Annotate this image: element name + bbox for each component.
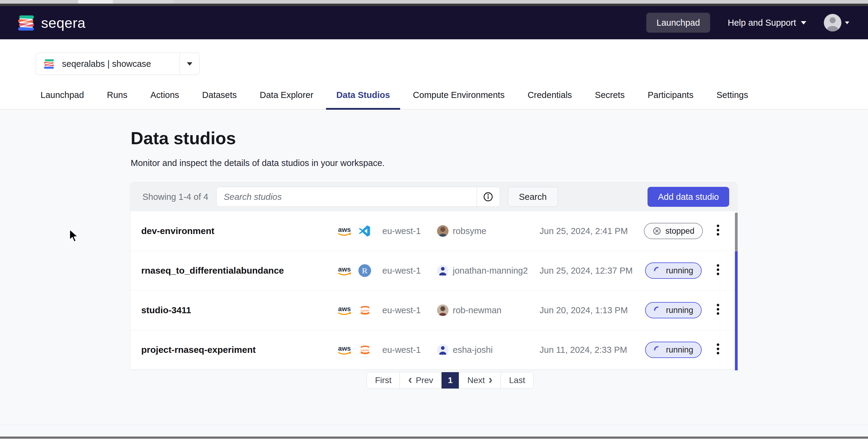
pagination: First ‹ Prev 1 Next › Last — [367, 372, 533, 389]
tab-credentials[interactable]: Credentials — [516, 81, 583, 109]
user-name: jonathan-manning2 — [453, 266, 528, 276]
user-menu[interactable] — [824, 14, 849, 31]
svg-text:aws: aws — [338, 305, 351, 313]
created-date: Jun 11, 2024, 2:33 PM — [539, 345, 642, 355]
studio-name[interactable]: rnaseq_to_differentialabundance — [141, 265, 337, 276]
tab-compute-environments[interactable]: Compute Environments — [401, 81, 516, 109]
brand-wordmark: seqera — [41, 14, 86, 31]
status-label: running — [666, 266, 693, 276]
kebab-icon — [716, 224, 719, 237]
pagination-prev[interactable]: ‹ Prev — [400, 372, 441, 388]
footer — [0, 425, 868, 437]
pagination-last[interactable]: Last — [501, 372, 533, 388]
pagination-page-1[interactable]: 1 — [441, 372, 459, 388]
region-label: eu-west-1 — [382, 226, 437, 236]
status-badge: running — [645, 302, 702, 318]
window-chrome-top — [0, 0, 868, 4]
row-menu-button[interactable] — [714, 222, 722, 241]
workspace-selector[interactable]: seqeralabs | showcase — [36, 53, 199, 75]
data-studios-table: Showing 1-4 of 4 Search Add data studio — [130, 182, 737, 370]
top-navbar: seqera Launchpad Help and Support — [0, 6, 868, 39]
chevron-down-icon — [187, 62, 192, 66]
seqera-logo-icon — [17, 13, 36, 32]
table-toolbar: Showing 1-4 of 4 Search Add data studio — [130, 182, 737, 211]
window-chrome-bottom — [0, 437, 868, 439]
avatar — [824, 14, 841, 31]
pagination-next-label: Next — [467, 376, 485, 385]
running-spinner-icon — [654, 266, 662, 275]
search-info-button[interactable] — [477, 187, 500, 207]
user-cell: esha-joshi — [437, 344, 539, 356]
seqera-logo[interactable]: seqera — [17, 13, 86, 32]
table-row[interactable]: project-rnaseq-experiment aws jupyter eu… — [130, 330, 737, 370]
tab-secrets[interactable]: Secrets — [583, 81, 636, 109]
scrollbar-thumb[interactable] — [735, 213, 738, 251]
scrollbar-track[interactable] — [735, 251, 738, 370]
table-row[interactable]: studio-3411 aws jupyter eu-west-1 — [130, 290, 737, 330]
info-icon — [483, 192, 493, 202]
workspace-logo-icon — [43, 58, 55, 70]
row-menu-button[interactable] — [714, 340, 722, 359]
help-and-support-label: Help and Support — [728, 18, 796, 28]
svg-text:jupyter: jupyter — [361, 309, 370, 312]
add-data-studio-button[interactable]: Add data studio — [648, 187, 729, 207]
region-label: eu-west-1 — [382, 345, 437, 355]
svg-text:jupyter: jupyter — [361, 348, 370, 352]
tab-data-studios[interactable]: Data Studios — [325, 81, 401, 109]
status-badge: stopped — [644, 223, 703, 239]
header-zone: seqeralabs | showcase Launchpad Runs Act… — [0, 39, 868, 110]
pagination-next[interactable]: Next › — [459, 372, 501, 388]
status-label: running — [666, 306, 693, 315]
kebab-icon — [716, 264, 719, 277]
running-spinner-icon — [654, 306, 662, 314]
row-menu-button[interactable] — [714, 301, 722, 320]
workspace-label: seqeralabs | showcase — [62, 59, 151, 69]
workspace-dropdown-toggle[interactable] — [180, 62, 199, 66]
aws-icon: aws — [337, 225, 354, 237]
user-cell: jonathan-manning2 — [437, 264, 539, 277]
tab-actions[interactable]: Actions — [139, 81, 190, 109]
search-input[interactable] — [217, 187, 477, 207]
status-label: stopped — [665, 226, 694, 236]
page-subtitle: Monitor and inspect the details of data … — [131, 158, 385, 168]
tab-data-explorer[interactable]: Data Explorer — [248, 81, 325, 109]
table-row[interactable]: rnaseq_to_differentialabundance aws R eu… — [130, 251, 737, 290]
studio-name[interactable]: project-rnaseq-experiment — [141, 345, 337, 355]
search-button[interactable]: Search — [508, 187, 558, 207]
pagination-last-label: Last — [509, 376, 525, 385]
jupyter-icon: jupyter — [358, 343, 372, 357]
pagination-prev-label: Prev — [416, 376, 433, 385]
studio-name[interactable]: studio-3411 — [141, 305, 337, 315]
svg-text:aws: aws — [338, 226, 351, 233]
status-badge: running — [645, 262, 702, 279]
tab-settings[interactable]: Settings — [705, 81, 760, 109]
region-label: eu-west-1 — [382, 305, 437, 315]
user-cell: rob-newman — [437, 304, 539, 316]
user-photo-avatar — [437, 304, 449, 316]
help-and-support-menu[interactable]: Help and Support — [728, 18, 806, 28]
tab-datasets[interactable]: Datasets — [190, 81, 248, 109]
window-chrome-top-dark — [0, 4, 868, 6]
table-row[interactable]: dev-environment aws eu-west-1 — [130, 211, 737, 251]
showing-count: Showing 1-4 of 4 — [143, 192, 208, 202]
stopped-icon — [652, 226, 661, 236]
user-name: esha-joshi — [453, 345, 493, 355]
tab-participants[interactable]: Participants — [636, 81, 705, 109]
kebab-icon — [716, 343, 719, 356]
user-name: robsyme — [453, 226, 486, 236]
pagination-first[interactable]: First — [367, 372, 400, 388]
user-generic-avatar — [437, 344, 449, 356]
chevron-down-icon — [801, 21, 806, 25]
main-content: Data studios Monitor and inspect the det… — [0, 111, 868, 425]
row-menu-button[interactable] — [714, 261, 722, 280]
created-date: Jun 20, 2024, 1:13 PM — [539, 305, 642, 315]
svg-text:aws: aws — [338, 265, 351, 273]
jupyter-icon: jupyter — [358, 303, 372, 317]
tab-runs[interactable]: Runs — [96, 81, 139, 109]
tab-launchpad[interactable]: Launchpad — [29, 81, 96, 109]
aws-icon: aws — [337, 305, 354, 316]
studio-name[interactable]: dev-environment — [141, 226, 337, 236]
launchpad-button[interactable]: Launchpad — [646, 13, 710, 33]
user-cell: robsyme — [437, 225, 539, 237]
created-date: Jun 25, 2024, 2:41 PM — [539, 226, 642, 236]
